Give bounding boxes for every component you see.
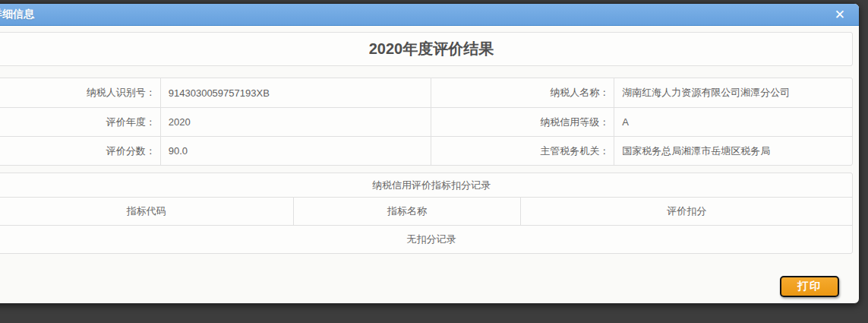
close-icon[interactable]: ✕ [835, 8, 845, 21]
taxpayer-id-value: 9143030059757193XB [161, 78, 432, 107]
eval-score-label: 评价分数： [0, 137, 161, 165]
no-deduction-record-text: 无扣分记录 [0, 225, 852, 253]
deduction-section-title: 纳税信用评价指标扣分记录 [0, 173, 852, 197]
column-header-eval-deduction: 评价扣分 [521, 198, 852, 225]
eval-year-value: 2020 [161, 108, 432, 136]
table-row: 纳税人识别号： 9143030059757193XB 纳税人名称： 湖南红海人力… [0, 78, 852, 107]
taxpayer-info-table: 纳税人识别号： 9143030059757193XB 纳税人名称： 湖南红海人力… [0, 78, 853, 166]
dialog-title: 详细信息 [0, 8, 34, 21]
deduction-record-table: 纳税信用评价指标扣分记录 指标代码 指标名称 评价扣分 无扣分记录 [0, 173, 853, 254]
tax-authority-label: 主管税务机关： [431, 137, 614, 165]
credit-rating-value: A [614, 108, 852, 136]
table-row: 评价年度： 2020 纳税信用等级： A [0, 107, 852, 136]
table-row: 评价分数： 90.0 主管税务机关： 国家税务总局湘潭市岳塘区税务局 [0, 136, 852, 165]
credit-rating-label: 纳税信用等级： [431, 108, 614, 136]
column-header-indicator-code: 指标代码 [0, 198, 294, 225]
deduction-header-row: 指标代码 指标名称 评价扣分 [0, 197, 852, 225]
results-heading-panel: 2020年度评价结果 [0, 32, 853, 66]
dialog-title-bar: 详细信息 ✕ [0, 4, 859, 26]
results-heading: 2020年度评价结果 [369, 39, 494, 59]
detail-info-dialog: 详细信息 ✕ 2020年度评价结果 纳税人识别号： 91430300597571… [0, 3, 860, 304]
eval-score-value: 90.0 [161, 137, 432, 165]
tax-authority-value: 国家税务总局湘潭市岳塘区税务局 [614, 137, 852, 165]
taxpayer-name-label: 纳税人名称： [431, 78, 614, 107]
taxpayer-id-label: 纳税人识别号： [0, 78, 161, 107]
eval-year-label: 评价年度： [0, 108, 161, 136]
print-button[interactable]: 打印 [780, 276, 839, 297]
column-header-indicator-name: 指标名称 [294, 198, 522, 225]
taxpayer-name-value: 湖南红海人力资源有限公司湘潭分公司 [614, 78, 852, 107]
